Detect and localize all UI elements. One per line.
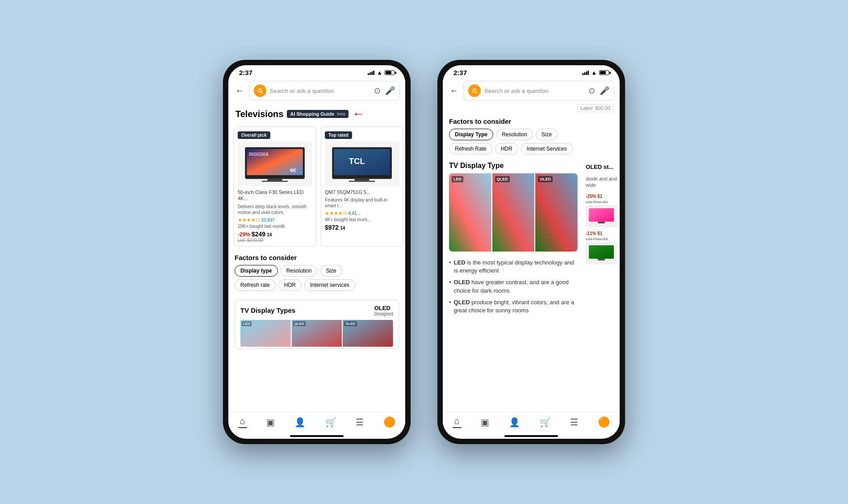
- chip-internet-1[interactable]: Internet services: [304, 279, 355, 291]
- chip-resolution-1[interactable]: Resolution: [281, 265, 318, 277]
- page-title-row-1: Televisions AI Shopping Guidebeta ←: [228, 103, 405, 124]
- red-arrow-indicator: ←: [352, 107, 365, 121]
- signal-bar2-3: [586, 71, 587, 75]
- stars-row-2: ★★★★½ 4,41...: [325, 210, 399, 216]
- display-fact-oled-text: OLED have greater contrast, and are a go…: [454, 278, 578, 294]
- chip-size-1[interactable]: Size: [320, 265, 342, 277]
- display-fact-qled: QLED produce bright, vibrant colors, and…: [449, 298, 578, 315]
- nav-profile-2[interactable]: 🟠: [598, 416, 610, 428]
- bought-text-1: 10K+ bought last month: [238, 224, 312, 229]
- signal-bars-1: [368, 71, 374, 75]
- signal-bar-1: [368, 73, 369, 75]
- bottom-nav-1: ⌂ ▣ 👤 🛒 ☰ 🟠: [228, 412, 405, 435]
- sidebar-product-1[interactable]: -25% $1 List Price $4: [586, 194, 618, 227]
- display-fact-oled: OLED have greater contrast, and are a go…: [449, 278, 578, 294]
- product-card-1[interactable]: Overall pick: [234, 126, 316, 247]
- chip-hdr-1[interactable]: HDR: [278, 279, 302, 291]
- chip-display-type-2[interactable]: Display Type: [449, 129, 493, 140]
- search-icon-1: [257, 88, 263, 94]
- signal-bar2-4: [588, 71, 589, 75]
- nav-cart-2[interactable]: 🛒: [540, 417, 551, 428]
- nav-home-1[interactable]: ⌂: [238, 416, 247, 428]
- back-button-2[interactable]: ←: [448, 84, 460, 97]
- display-card-title-1: TV Display Types: [240, 307, 295, 314]
- battery-icon-2: [599, 70, 609, 75]
- right-sidebar-2: OLED st... diode and and wide -25% $1 Li…: [584, 160, 620, 323]
- mic-icon-1[interactable]: 🎤: [385, 86, 395, 96]
- chip-resolution-2[interactable]: Resolution: [496, 129, 533, 140]
- nav-cart-1[interactable]: 🛒: [325, 417, 336, 428]
- search-bar-row-1: ← Search or ask a question ⊙ 🎤: [228, 78, 405, 103]
- chip-internet-2[interactable]: Internet Services: [521, 143, 573, 155]
- nav-menu-2[interactable]: ☰: [570, 417, 578, 428]
- search-box-2[interactable]: Search or ask a question ⊙ 🎤: [463, 81, 614, 101]
- back-button-1[interactable]: ←: [234, 84, 245, 97]
- display-card-1: TV Display Types OLED Designed: [235, 300, 399, 349]
- display-fact-led-text: LED is the most typical display technolo…: [454, 259, 578, 275]
- signal-bar2-1: [582, 73, 584, 75]
- search-icon-2: [471, 88, 478, 94]
- battery-fill-1: [386, 71, 391, 74]
- rating-count-2: 4,41...: [348, 211, 361, 216]
- factors-section-2: Factors to consider Display Type Resolut…: [443, 113, 620, 160]
- signal-bar-3: [371, 71, 373, 75]
- stars-2: ★★★★½: [325, 210, 347, 216]
- svg-text:INSIGNIA: INSIGNIA: [249, 152, 269, 157]
- svg-rect-20: [589, 245, 614, 259]
- wifi-icon-2: ▲: [591, 69, 597, 76]
- stars-1: ★★★★½: [238, 217, 260, 223]
- product-desc-2: Features 4K display and built-in smart t…: [325, 197, 399, 209]
- cents-1: 14: [267, 232, 272, 237]
- search-box-1[interactable]: Search or ask a question ⊙ 🎤: [249, 81, 400, 101]
- sidebar-discount-1: -25% $1: [586, 194, 618, 199]
- display-section-title: TV Display Type: [449, 162, 504, 169]
- chip-refresh-2[interactable]: Refresh Rate: [449, 143, 492, 155]
- nav-person-1[interactable]: 👤: [294, 417, 306, 428]
- content-area-2: Factors to consider Display Type Resolut…: [443, 113, 620, 412]
- search-placeholder-2: Search or ask a question: [484, 88, 585, 94]
- signal-bar-4: [373, 71, 374, 75]
- chip-display-type-1[interactable]: Display type: [235, 265, 278, 277]
- svg-rect-21: [598, 259, 605, 260]
- tv-svg-1: 4K INSIGNIA: [241, 144, 308, 184]
- oled-segment-1: OLED: [343, 320, 393, 347]
- nav-home-2[interactable]: ⌂: [453, 416, 462, 428]
- label-price-row: Label: $00.00: [443, 103, 620, 113]
- chip-size-2[interactable]: Size: [536, 129, 558, 140]
- display-type-section-2: TV Display Type: [443, 160, 620, 323]
- cents-2: 14: [340, 226, 345, 231]
- chip-refresh-1[interactable]: Refresh rate: [235, 279, 276, 291]
- signal-bar2-2: [584, 72, 585, 75]
- product-badge-2: Top rated: [325, 131, 352, 139]
- display-fact-qled-text: QLED produce bright, vibrant colors, and…: [454, 298, 578, 315]
- mic-icon-2[interactable]: 🎤: [600, 86, 609, 96]
- camera-icon-2[interactable]: ⊙: [588, 86, 595, 96]
- chip-hdr-2[interactable]: HDR: [495, 143, 518, 155]
- product-cards-row-1: Overall pick: [228, 124, 405, 249]
- tv-display-image-2: LED: [449, 173, 578, 252]
- phone-1: 2:37 ▲ ← Search or as: [223, 60, 411, 444]
- sidebar-listprice-2: List Price $3: [586, 237, 618, 241]
- price-row-1: -29% $249 14: [238, 231, 312, 238]
- nav-tv-2[interactable]: ▣: [481, 417, 489, 428]
- nav-menu-1[interactable]: ☰: [356, 417, 364, 428]
- svg-text:4K: 4K: [290, 167, 297, 173]
- home-indicator-1: [290, 435, 344, 437]
- label-price: Label: $00.00: [577, 104, 613, 112]
- page-title-1: Televisions: [235, 109, 283, 119]
- nav-person-2[interactable]: 👤: [509, 417, 520, 428]
- search-bar-row-2: ← Search or ask a question ⊙ 🎤: [443, 78, 620, 103]
- display-card-header-1: TV Display Types OLED Designed: [235, 300, 399, 318]
- factors-section-1: Factors to consider Display type Resolut…: [228, 249, 405, 296]
- sidebar-product-2[interactable]: -11% $1 List Price $3: [586, 231, 618, 265]
- discount-1: -29%: [238, 231, 250, 238]
- status-time-1: 2:37: [239, 69, 252, 76]
- nav-profile-1[interactable]: 🟠: [383, 416, 395, 428]
- current-price-2: $972: [325, 224, 339, 231]
- led-segment-1: LED: [240, 320, 291, 347]
- nav-tv-1[interactable]: ▣: [266, 417, 275, 428]
- rating-count-1: 10,937: [261, 218, 275, 223]
- product-card-2[interactable]: Top rated TCL: [321, 126, 403, 247]
- product-name-1: 50-inch Class F30 Series LED 4K...: [238, 189, 312, 202]
- camera-icon-1[interactable]: ⊙: [374, 86, 381, 96]
